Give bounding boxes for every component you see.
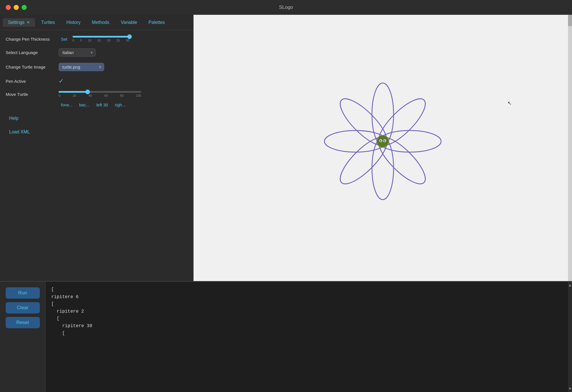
tab-history[interactable]: History — [61, 18, 86, 27]
code-line-6: ripitere 30 — [51, 323, 562, 330]
bottom-section: Run Clear Reset [ ripitere 6 [ ripitere … — [0, 281, 572, 392]
set-button[interactable]: Set — [59, 36, 70, 42]
tab-settings[interactable]: Settings ✕ — [3, 18, 35, 27]
code-editor[interactable]: [ ripitere 6 [ ripitere 2 [ ripitere 30 … — [46, 282, 568, 392]
canvas-area: ↖ — [194, 15, 572, 281]
turtle-image-label: Change Turtle Image — [6, 65, 54, 69]
pen-thickness-thumb[interactable] — [127, 34, 132, 39]
pen-thickness-tick-labels: 0 5 10 15 20 25 30 — [73, 39, 129, 42]
turtle-image-select[interactable]: turtle.png default.png arrow.png — [59, 63, 104, 71]
canvas-scrollbar-thumb[interactable] — [568, 15, 572, 26]
close-button[interactable] — [6, 5, 11, 10]
pen-active-row: Pen Active ✓ — [6, 77, 188, 85]
code-line-1: [ — [51, 286, 562, 294]
pen-thickness-fill — [73, 36, 129, 38]
app-title: SLogo — [279, 5, 293, 10]
tab-turtles-label: Turtles — [41, 20, 55, 25]
svg-point-14 — [381, 140, 382, 141]
left-panel: Settings ✕ Turtles History Methods Varia… — [0, 15, 194, 281]
tab-close-icon[interactable]: ✕ — [27, 20, 30, 24]
code-line-3: [ — [51, 301, 562, 308]
cursor: ↖ — [507, 100, 511, 104]
tab-variable[interactable]: Variable — [116, 18, 142, 27]
move-turtle-thumb[interactable] — [85, 90, 90, 94]
turtle-image-row: Change Turtle Image turtle.png default.p… — [6, 63, 188, 71]
window-controls — [6, 5, 27, 10]
canvas-scrollbar[interactable] — [568, 15, 572, 281]
pen-thickness-track[interactable] — [73, 36, 129, 38]
pen-thickness-slider-container: 0 5 10 15 20 25 30 — [73, 36, 129, 42]
flower-drawing — [320, 82, 445, 202]
move-turtle-tick-labels: 0 20 40 60 80 100 — [59, 94, 141, 97]
pen-active-label: Pen Active — [6, 79, 54, 84]
forward-button[interactable]: forw... — [59, 101, 75, 108]
titlebar: SLogo — [0, 0, 572, 15]
language-select-wrapper: Italian English Spanish French German ▼ — [59, 48, 96, 57]
tab-history-label: History — [66, 20, 81, 25]
tab-bar: Settings ✕ Turtles History Methods Varia… — [0, 15, 194, 30]
help-button[interactable]: Help — [6, 115, 22, 122]
back-button[interactable]: bac... — [77, 101, 92, 108]
load-xml-row: Load XML — [6, 128, 188, 136]
minimize-button[interactable] — [14, 5, 19, 10]
svg-point-15 — [385, 140, 386, 141]
move-turtle-slider-container: 0 20 40 60 80 100 — [59, 91, 141, 97]
load-xml-button[interactable]: Load XML — [6, 128, 33, 136]
bottom-scrollbar[interactable]: ▲ ▼ — [568, 282, 572, 392]
run-button[interactable]: Run — [6, 287, 40, 299]
settings-content: Change Pen Thickness Set 0 5 10 15 — [0, 30, 194, 281]
help-row: Help — [6, 115, 188, 122]
clear-button[interactable]: Clear — [6, 302, 40, 313]
reset-button[interactable]: Reset — [6, 317, 40, 328]
tab-palettes[interactable]: Palettes — [143, 18, 170, 27]
left30-button[interactable]: left 30 — [94, 101, 110, 108]
code-sidebar: Run Clear Reset — [0, 282, 46, 392]
maximize-button[interactable] — [22, 5, 27, 10]
move-turtle-fill — [59, 91, 88, 93]
pen-active-checkbox[interactable]: ✓ — [59, 77, 64, 85]
flower-svg — [320, 82, 445, 201]
code-line-2: ripitere 6 — [51, 294, 562, 301]
language-label: Select Language — [6, 50, 54, 55]
tab-palettes-label: Palettes — [149, 20, 165, 25]
tab-methods-label: Methods — [92, 20, 109, 25]
language-select[interactable]: Italian English Spanish French German — [59, 48, 96, 57]
turtle-image-select-wrapper: turtle.png default.png arrow.png ▼ — [59, 63, 104, 71]
move-turtle-row: Move Turtle 0 20 40 60 80 100 — [6, 91, 188, 108]
code-line-7: [ — [51, 330, 562, 337]
tab-methods[interactable]: Methods — [87, 18, 114, 27]
pen-thickness-controls: Set 0 5 10 15 20 25 30 — [59, 36, 129, 42]
svg-point-9 — [378, 136, 388, 147]
tab-turtles[interactable]: Turtles — [36, 18, 60, 27]
code-line-4: ripitere 2 — [51, 308, 562, 315]
move-turtle-label: Move Turtle — [6, 92, 54, 97]
right-button[interactable]: righ... — [113, 101, 128, 108]
turtle-icon — [376, 135, 389, 148]
tab-settings-label: Settings — [8, 20, 24, 25]
language-row: Select Language Italian English Spanish … — [6, 48, 188, 57]
pen-thickness-label: Change Pen Thickness — [6, 37, 54, 42]
code-line-5: [ — [51, 315, 562, 323]
move-buttons-row: forw... bac... left 30 righ... — [59, 101, 128, 108]
move-turtle-track[interactable] — [59, 91, 141, 93]
tab-variable-label: Variable — [121, 20, 137, 25]
pen-thickness-row: Change Pen Thickness Set 0 5 10 15 — [6, 36, 188, 42]
main-container: Settings ✕ Turtles History Methods Varia… — [0, 15, 572, 281]
